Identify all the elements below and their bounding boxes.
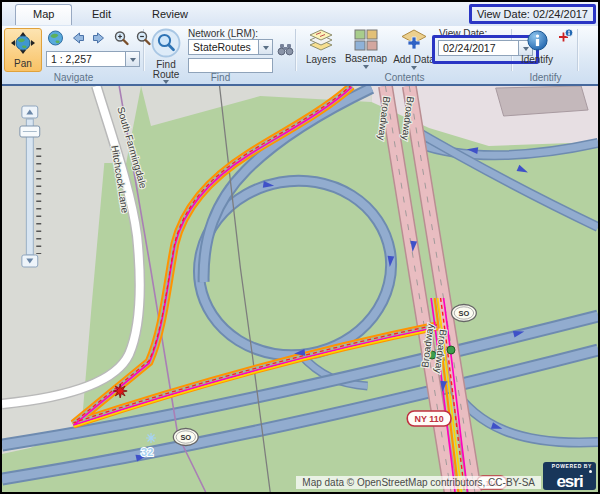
esri-brand-label: esri: [547, 474, 592, 490]
chevron-down-icon: [363, 65, 369, 72]
next-extent-button[interactable]: [90, 29, 109, 46]
svg-text:SO: SO: [180, 433, 191, 442]
network-dropdown-button[interactable]: [258, 39, 273, 55]
navigate-group-label: Navigate: [4, 72, 143, 83]
map-attribution: Map data © OpenStreetMap contributors, C…: [296, 476, 541, 489]
find-group-label: Find: [146, 72, 295, 83]
svg-text:SO: SO: [459, 309, 470, 318]
full-extent-button[interactable]: [46, 29, 65, 46]
contents-group-label: Contents: [298, 72, 511, 83]
tab-review[interactable]: Review: [138, 5, 202, 23]
identify-route-icon-button[interactable]: [557, 28, 574, 45]
network-input[interactable]: [188, 39, 258, 55]
find-route-icon: [151, 28, 181, 60]
previous-extent-button[interactable]: [68, 29, 87, 46]
view-date-status: View Date: 02/24/2017: [469, 4, 596, 24]
tab-edit[interactable]: Edit: [78, 5, 125, 23]
add-data-button[interactable]: Add Data: [391, 29, 437, 73]
pan-tool-button[interactable]: Pan: [4, 28, 42, 72]
map-scale-input[interactable]: [46, 51, 125, 67]
group-separator: [295, 29, 297, 71]
zoom-in-button[interactable]: [112, 29, 131, 46]
map-scale-combo: [46, 51, 140, 67]
pan-globe-icon: [10, 32, 36, 58]
parkway-shield-1: SO: [173, 429, 198, 446]
ny110-shield: NY 110: [407, 411, 451, 426]
map-canvas[interactable]: SO SO NY 110 110 Hitchcock Lane South Fa…: [2, 86, 598, 492]
identify-icon: [526, 29, 549, 54]
basemap-icon: [354, 29, 378, 53]
identify-group-label: Identify: [514, 72, 577, 83]
esri-logo: POWERED BY esri: [543, 462, 596, 490]
identify-button-label: Identify: [521, 54, 553, 65]
svg-text:32: 32: [141, 446, 153, 458]
svg-text:NY 110: NY 110: [415, 414, 444, 424]
scale-dropdown-button[interactable]: [125, 51, 140, 67]
tab-map[interactable]: Map: [15, 4, 72, 25]
ribbon-toolbar: Pan: [2, 26, 598, 86]
layers-icon: [308, 29, 334, 54]
network-combo: [188, 39, 273, 55]
point-event-star-marker[interactable]: [113, 384, 127, 398]
pan-button-label: Pan: [14, 58, 32, 69]
route-node-marker[interactable]: [447, 346, 455, 354]
add-data-button-label: Add Data: [393, 54, 435, 65]
add-data-icon: [401, 29, 427, 54]
identify-button[interactable]: Identify: [517, 29, 557, 65]
parkway-shield-2: SO: [451, 305, 476, 322]
search-binoculars-icon[interactable]: [277, 42, 294, 57]
basemap-button[interactable]: Basemap: [343, 29, 389, 72]
basemap-button-label: Basemap: [345, 53, 387, 64]
layers-button-label: Layers: [306, 54, 336, 65]
layers-button[interactable]: Layers: [301, 29, 341, 65]
group-separator: [577, 29, 579, 71]
map-viewport: SO SO NY 110 110 Hitchcock Lane South Fa…: [2, 86, 598, 492]
network-lrm-label: Network (LRM):: [188, 28, 258, 39]
application-window: Map Edit Review View Date: 02/24/2017: [0, 0, 600, 494]
slider-track[interactable]: [26, 119, 33, 255]
find-text-field[interactable]: [188, 58, 273, 73]
ribbon-tab-bar: Map Edit Review View Date: 02/24/2017: [2, 2, 598, 26]
